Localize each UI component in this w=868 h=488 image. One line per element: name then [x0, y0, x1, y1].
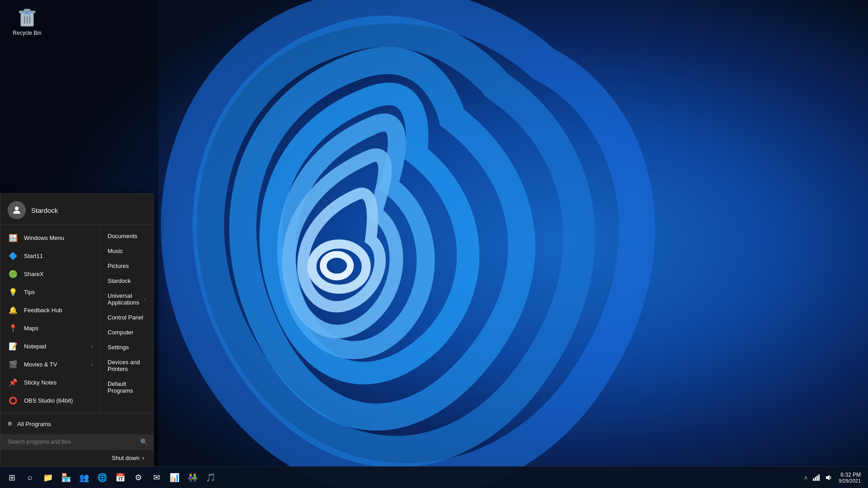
menu-item-sharex[interactable]: 🟢 ShareX	[0, 265, 100, 283]
menu-item-obs-studio[interactable]: ⭕ OBS Studio (64bit)	[0, 391, 100, 409]
right-item-documents[interactable]: Documents	[100, 229, 153, 244]
taskbar-item-mail[interactable]: ✉	[148, 469, 165, 486]
volume-icon[interactable]	[824, 473, 833, 482]
clock-time: 6:32 PM	[839, 472, 861, 478]
taskbar-item-app1[interactable]: 📊	[166, 469, 183, 486]
menu-label-sharex: ShareX	[24, 271, 93, 277]
right-item-universal-applications[interactable]: Universal Applications ›	[100, 288, 153, 310]
taskbar: ⊞⌕📁🏪👥🌐📅⚙✉📊👫🎵 ∧ 6:32 PM 9/29/2021	[0, 466, 868, 488]
svg-rect-11	[818, 474, 820, 481]
right-item-stardock[interactable]: Stardock	[100, 273, 153, 288]
menu-item-feedback-hub[interactable]: 🔔 Feedback Hub	[0, 301, 100, 319]
menu-item-sticky-notes[interactable]: 📌 Sticky Notes	[0, 373, 100, 391]
clock-date: 9/29/2021	[839, 478, 861, 483]
search-input[interactable]	[4, 434, 138, 450]
menu-bottom: ≡ All Programs	[0, 413, 153, 434]
right-item-computer[interactable]: Computer	[100, 325, 153, 340]
menu-item-windows-menu[interactable]: 🪟 Windows Menu	[0, 229, 100, 247]
menu-label-notepad: Notepad	[24, 343, 86, 350]
user-name: Stardock	[31, 206, 58, 214]
menu-icon-notepad: 📝	[8, 341, 19, 352]
shutdown-row: Shut down ›	[0, 450, 153, 466]
svg-rect-9	[815, 477, 816, 481]
menu-item-tips[interactable]: 💡 Tips	[0, 283, 100, 301]
right-item-pictures[interactable]: Pictures	[100, 258, 153, 273]
right-label-documents: Documents	[108, 233, 137, 239]
start-menu: Stardock 🪟 Windows Menu 🔷 Start11 🟢 Shar…	[0, 193, 154, 466]
taskbar-item-app2[interactable]: 👫	[184, 469, 201, 486]
system-tray: ∧ 6:32 PM 9/29/2021	[798, 467, 868, 488]
taskbar-item-settings[interactable]: ⚙	[130, 469, 146, 486]
svg-point-7	[15, 206, 19, 210]
taskbar-item-store[interactable]: 🏪	[58, 469, 74, 486]
menu-label-start11: Start11	[24, 253, 93, 259]
menu-icon-sharex: 🟢	[8, 268, 19, 279]
right-item-settings[interactable]: Settings	[100, 340, 153, 355]
right-label-universal-applications: Universal Applications	[108, 292, 145, 306]
right-label-music: Music	[108, 248, 123, 254]
right-item-control-panel[interactable]: Control Panel	[100, 310, 153, 325]
menu-icon-tips: 💡	[8, 286, 19, 297]
menu-icon-windows-menu: 🪟	[8, 232, 19, 243]
taskbar-item-search[interactable]: ⌕	[22, 469, 38, 486]
recycle-bin-label: Recycle Bin	[13, 30, 41, 36]
menu-item-movies-tv[interactable]: 🎬 Movies & TV ›	[0, 355, 100, 373]
menu-label-obs-studio: OBS Studio (64bit)	[24, 397, 93, 404]
shutdown-label: Shut down	[112, 455, 139, 461]
taskbar-item-file-explorer[interactable]: 📁	[40, 469, 56, 486]
menu-label-sticky-notes: Sticky Notes	[24, 379, 93, 386]
right-label-computer: Computer	[108, 329, 133, 336]
user-avatar	[8, 201, 26, 219]
shutdown-button[interactable]: Shut down ›	[108, 453, 148, 463]
menu-icon-movies-tv: 🎬	[8, 359, 19, 370]
svg-rect-8	[813, 479, 814, 481]
menu-label-tips: Tips	[24, 289, 93, 296]
tray-expand[interactable]: ∧	[804, 474, 808, 481]
menu-icon-feedback-hub: 🔔	[8, 305, 19, 315]
recycle-bin-icon[interactable]: Recycle Bin	[9, 5, 45, 38]
svg-rect-10	[816, 476, 818, 481]
right-label-stardock: Stardock	[108, 277, 131, 284]
right-label-devices-and-printers: Devices and Printers	[108, 359, 146, 372]
menu-icon-sticky-notes: 📌	[8, 377, 19, 388]
menu-item-start11[interactable]: 🔷 Start11	[0, 247, 100, 265]
right-arrow-universal-applications: ›	[145, 297, 146, 302]
taskbar-item-teams[interactable]: 👥	[76, 469, 92, 486]
all-programs-item[interactable]: ≡ All Programs	[0, 415, 153, 432]
svg-marker-12	[826, 475, 830, 480]
network-icon[interactable]	[811, 473, 821, 482]
right-label-pictures: Pictures	[108, 263, 129, 269]
right-label-settings: Settings	[108, 344, 129, 351]
right-item-music[interactable]: Music	[100, 244, 153, 258]
menu-arrow-notepad: ›	[91, 344, 93, 349]
left-panel: 🪟 Windows Menu 🔷 Start11 🟢 ShareX 💡 Tips…	[0, 225, 100, 413]
menu-label-maps: Maps	[24, 325, 93, 332]
system-clock[interactable]: 6:32 PM 9/29/2021	[837, 472, 863, 483]
menu-label-feedback-hub: Feedback Hub	[24, 307, 93, 314]
right-panel: Documents Music Pictures Stardock Univer…	[100, 225, 153, 413]
menu-icon-maps: 📍	[8, 323, 19, 333]
search-bar: 🔍	[0, 434, 153, 450]
menu-icon-start11: 🔷	[8, 250, 19, 261]
menu-icon-obs-studio: ⭕	[8, 395, 19, 406]
taskbar-item-start[interactable]: ⊞	[4, 469, 20, 486]
all-programs-label: All Programs	[17, 421, 51, 427]
menu-item-notepad[interactable]: 📝 Notepad ›	[0, 337, 100, 355]
menu-label-windows-menu: Windows Menu	[24, 235, 93, 241]
menu-arrow-movies-tv: ›	[91, 362, 93, 367]
right-label-default-programs: Default Programs	[108, 380, 146, 394]
user-header: Stardock	[0, 194, 153, 225]
menu-content: 🪟 Windows Menu 🔷 Start11 🟢 ShareX 💡 Tips…	[0, 225, 153, 413]
menu-item-maps[interactable]: 📍 Maps	[0, 319, 100, 337]
right-label-control-panel: Control Panel	[108, 314, 143, 321]
right-item-devices-and-printers[interactable]: Devices and Printers	[100, 355, 153, 376]
taskbar-item-edge[interactable]: 🌐	[94, 469, 110, 486]
search-button[interactable]: 🔍	[138, 436, 150, 447]
taskbar-item-app3[interactable]: 🎵	[203, 469, 219, 486]
menu-label-movies-tv: Movies & TV	[24, 361, 86, 368]
right-item-default-programs[interactable]: Default Programs	[100, 376, 153, 398]
taskbar-item-calendar[interactable]: 📅	[112, 469, 128, 486]
taskbar-left: ⊞⌕📁🏪👥🌐📅⚙✉📊👫🎵	[4, 469, 219, 486]
